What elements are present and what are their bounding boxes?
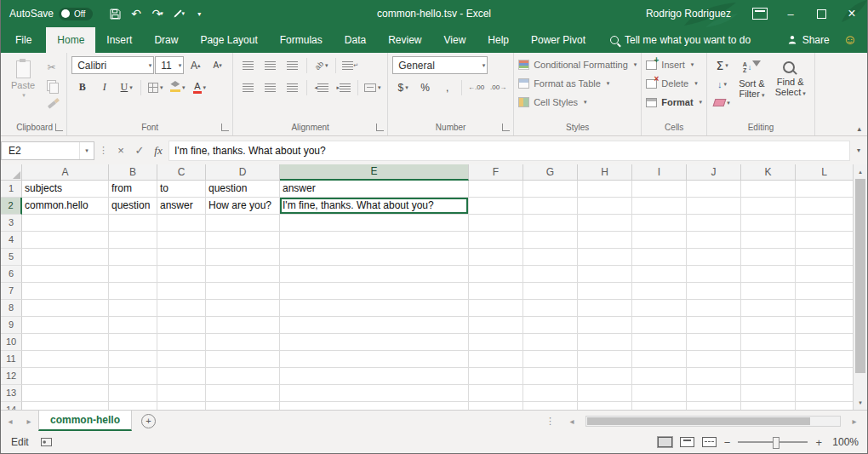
cell-H8[interactable]	[578, 300, 632, 317]
row-header-10[interactable]: 10	[1, 334, 22, 351]
horizontal-scrollbar[interactable]	[585, 416, 841, 427]
cell-E9[interactable]	[280, 317, 469, 334]
cell-L11[interactable]	[796, 351, 853, 368]
cell-H9[interactable]	[578, 317, 632, 334]
cell-C2[interactable]: answer	[157, 198, 206, 215]
row-header-2[interactable]: 2	[1, 198, 22, 215]
cell-I14[interactable]	[632, 402, 687, 410]
cell-D4[interactable]	[206, 232, 280, 249]
tab-page-layout[interactable]: Page Layout	[189, 27, 268, 53]
cell-I1[interactable]	[632, 181, 687, 198]
italic-button[interactable]: I	[94, 78, 115, 96]
formula-bar-drag-handle[interactable]: ⋮	[96, 145, 111, 156]
increase-font-size-button[interactable]: A▴	[185, 56, 206, 74]
fill-button[interactable]: ↓▾	[711, 75, 733, 93]
cell-H11[interactable]	[578, 351, 632, 368]
tab-power-pivot[interactable]: Power Pivot	[520, 27, 597, 53]
cell-L9[interactable]	[796, 317, 853, 334]
cell-I11[interactable]	[632, 351, 687, 368]
cell-C12[interactable]	[157, 368, 206, 385]
align-middle-button[interactable]	[260, 56, 281, 74]
percent-style-button[interactable]: %	[414, 78, 436, 96]
maximize-button[interactable]	[806, 0, 837, 27]
cell-J13[interactable]	[687, 385, 741, 402]
zoom-slider-thumb[interactable]	[773, 437, 779, 449]
cell-C3[interactable]	[157, 215, 206, 232]
cell-F8[interactable]	[469, 300, 523, 317]
cell-F7[interactable]	[469, 283, 523, 300]
decrease-decimal-button[interactable]: .00→	[488, 78, 509, 96]
cell-E14[interactable]	[280, 402, 469, 410]
comma-style-button[interactable]: ,	[437, 78, 458, 96]
align-left-button[interactable]	[237, 78, 259, 96]
cell-D11[interactable]	[206, 351, 280, 368]
cell-F4[interactable]	[469, 232, 523, 249]
share-button[interactable]: Share	[787, 34, 830, 46]
bold-button[interactable]: B	[71, 78, 93, 96]
cell-E7[interactable]	[280, 283, 469, 300]
cell-C10[interactable]	[157, 334, 206, 351]
cell-K12[interactable]	[741, 368, 796, 385]
cell-G6[interactable]	[523, 266, 578, 283]
cell-F5[interactable]	[469, 249, 523, 266]
cell-J6[interactable]	[687, 266, 741, 283]
next-sheet-button[interactable]: ▸	[20, 417, 38, 426]
redo-button[interactable]: ↷▾	[148, 3, 167, 25]
cell-E5[interactable]	[280, 249, 469, 266]
cell-D6[interactable]	[206, 266, 280, 283]
cell-G2[interactable]	[523, 198, 578, 215]
cell-A3[interactable]	[22, 215, 109, 232]
cell-J2[interactable]	[687, 198, 741, 215]
row-header-3[interactable]: 3	[1, 215, 22, 232]
font-name-select[interactable]: Calibri▾	[71, 56, 154, 74]
column-header-j[interactable]: J	[687, 164, 741, 181]
column-header-a[interactable]: A	[22, 164, 109, 181]
cell-styles-button[interactable]: Cell Styles▾	[518, 94, 586, 111]
conditional-formatting-button[interactable]: Conditional Formatting▾	[518, 56, 637, 73]
column-header-c[interactable]: C	[157, 164, 206, 181]
cell-E1[interactable]: answer	[280, 181, 469, 198]
tab-home[interactable]: Home	[46, 27, 95, 53]
cell-I3[interactable]	[632, 215, 687, 232]
cell-C11[interactable]	[157, 351, 206, 368]
delete-cells-button[interactable]: Delete▾	[646, 75, 697, 92]
cell-F13[interactable]	[469, 385, 523, 402]
cell-G5[interactable]	[523, 249, 578, 266]
page-break-preview-button[interactable]	[702, 437, 717, 447]
column-header-k[interactable]: K	[741, 164, 796, 181]
font-dialog-launcher[interactable]	[221, 124, 229, 131]
cell-J9[interactable]	[687, 317, 741, 334]
cell-G12[interactable]	[523, 368, 578, 385]
cell-J12[interactable]	[687, 368, 741, 385]
cell-D10[interactable]	[206, 334, 280, 351]
column-header-d[interactable]: D	[206, 164, 280, 181]
cell-A14[interactable]	[22, 402, 109, 410]
cell-A12[interactable]	[22, 368, 109, 385]
format-as-table-button[interactable]: Format as Table▾	[518, 75, 609, 92]
cell-B14[interactable]	[109, 402, 157, 410]
cell-K3[interactable]	[741, 215, 796, 232]
cell-I8[interactable]	[632, 300, 687, 317]
cell-L7[interactable]	[796, 283, 853, 300]
cell-L3[interactable]	[796, 215, 853, 232]
cell-G1[interactable]	[523, 181, 578, 198]
find-select-button[interactable]: Find &Select▾	[771, 55, 810, 99]
scroll-up-button[interactable]: ▴	[854, 164, 867, 179]
cell-H7[interactable]	[578, 283, 632, 300]
font-color-button[interactable]: A▾	[189, 78, 210, 96]
enter-button[interactable]: ✓	[131, 141, 148, 160]
cell-B4[interactable]	[109, 232, 157, 249]
vertical-scrollbar-thumb[interactable]	[855, 179, 865, 373]
tell-me-box[interactable]: Tell me what you want to do	[610, 27, 751, 53]
cell-C4[interactable]	[157, 232, 206, 249]
cell-L10[interactable]	[796, 334, 853, 351]
cell-K4[interactable]	[741, 232, 796, 249]
minimize-button[interactable]: –	[775, 0, 806, 27]
tab-draw[interactable]: Draw	[143, 27, 189, 53]
cell-D5[interactable]	[206, 249, 280, 266]
row-header-13[interactable]: 13	[1, 385, 22, 402]
cell-J8[interactable]	[687, 300, 741, 317]
cell-I4[interactable]	[632, 232, 687, 249]
font-size-select[interactable]: 11▾	[155, 56, 184, 74]
cell-I6[interactable]	[632, 266, 687, 283]
